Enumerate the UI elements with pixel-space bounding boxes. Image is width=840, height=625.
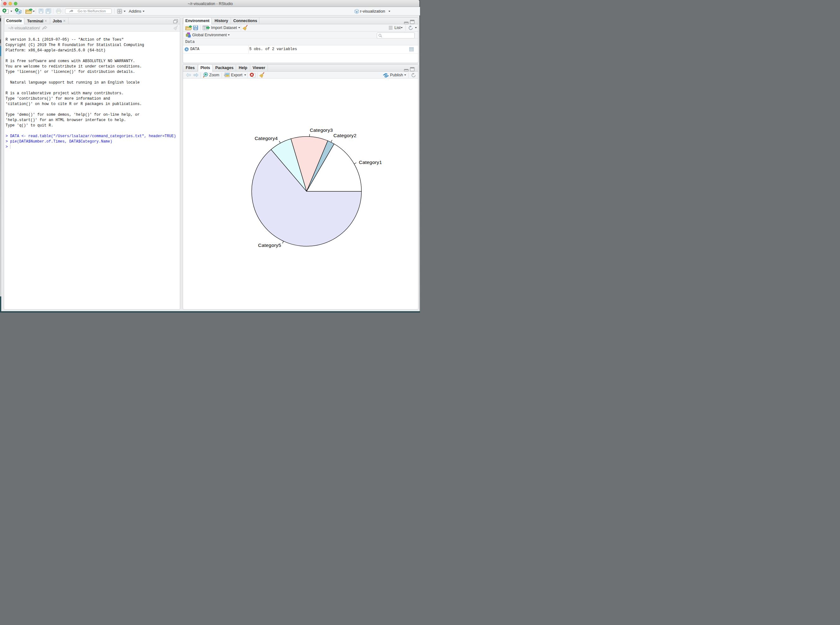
svg-text:R: R xyxy=(19,11,21,14)
svg-text:R: R xyxy=(356,11,358,14)
svg-text:Category2: Category2 xyxy=(334,133,357,138)
svg-text:Category3: Category3 xyxy=(310,127,333,133)
svg-text:Category5: Category5 xyxy=(258,243,281,248)
svg-text:Category4: Category4 xyxy=(255,135,278,141)
svg-text:Category1: Category1 xyxy=(359,160,382,165)
